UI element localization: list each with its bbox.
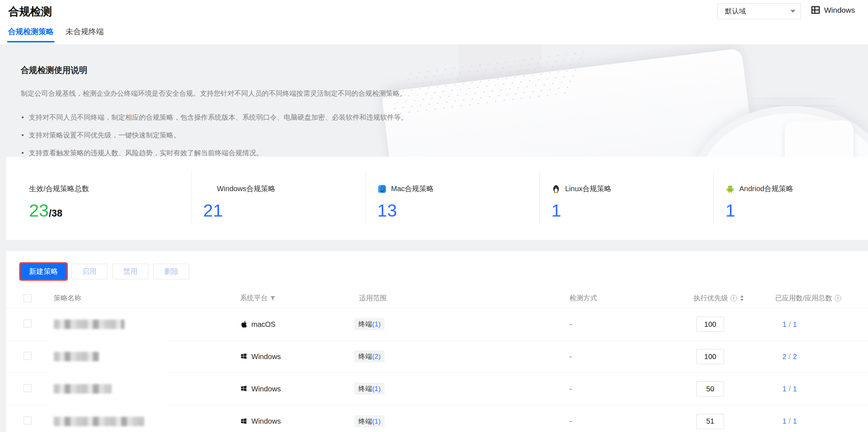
scope-count-link[interactable]: (1) [372, 417, 380, 425]
applied-cell: 1/1 [769, 385, 868, 393]
scope-label: 终端 [358, 320, 372, 328]
table-row[interactable]: macOS 终端(1) - 1/1 [6, 308, 868, 341]
tab-compliance-policy[interactable]: 合规检测策略 [7, 26, 54, 42]
applied-total-link[interactable]: 1 [793, 320, 797, 328]
stat-card-windows: Windows合规策略 21 [191, 157, 365, 240]
col-detect-method: 检测方式 [569, 293, 686, 303]
filter-funnel-icon[interactable] [270, 296, 275, 301]
linux-tux-icon [551, 184, 561, 194]
stat-value-total: 23/38 [29, 202, 191, 219]
applied-count-link[interactable]: 2 [782, 353, 786, 361]
col-platform: 系统平台 [240, 293, 354, 303]
android-robot-icon [725, 184, 735, 194]
domain-select-value: 默认域 [725, 7, 746, 16]
scope-count-link[interactable]: (1) [372, 320, 380, 328]
windows-icon [240, 385, 248, 393]
banner-bullet: 支持对策略设置不同优先级，一键快速制定策略。 [21, 126, 868, 144]
platform-label: macOS [251, 320, 276, 329]
applied-total-link[interactable]: 2 [793, 353, 797, 361]
stats-strip: 生效/合规策略总数 23/38 Windows合规策略 21 Mac [6, 157, 868, 240]
info-icon[interactable]: i [731, 295, 737, 301]
info-icon[interactable]: i [835, 295, 841, 301]
platform-cell: Windows [240, 417, 354, 425]
platform-label: Windows [251, 417, 281, 425]
col-applied-label: 已应用数/应用总数 [775, 293, 832, 303]
scope-label: 终端 [358, 353, 372, 360]
platform-cell: Windows [240, 353, 354, 361]
table-row[interactable]: Windows 终端(2) - 2/2 [6, 341, 868, 373]
applied-count-link[interactable]: 1 [782, 385, 786, 393]
stat-card-android: Andriod合规策略 1 [713, 157, 868, 240]
usage-banner: 合规检测使用说明 制定公司合规基线，检测企业办公终端环境是否安全合规。支持您针对… [0, 44, 868, 157]
disable-button[interactable]: 禁用 [112, 264, 148, 279]
applied-cell: 1/1 [769, 417, 868, 425]
scope-badge[interactable]: 终端(1) [354, 415, 384, 427]
table-row[interactable]: Windows 终端(1) - 1/1 [6, 373, 868, 405]
applied-separator: / [786, 385, 793, 393]
mac-finder-icon [377, 184, 387, 194]
top-header: 合规检测 默认域 Windows 合规检测策略 未合规终端 [0, 0, 868, 44]
col-applied: 已应用数/应用总数 i [769, 293, 868, 303]
col-platform-label: 系统平台 [240, 293, 268, 303]
chevron-down-icon [790, 10, 795, 13]
delete-button[interactable]: 删除 [153, 264, 189, 279]
sort-icon[interactable] [740, 295, 744, 301]
stat-label: Linux合规策略 [565, 184, 612, 194]
table-header: 策略名称 系统平台 适用范围 检测方式 执行优先级 i 已应用数/应用总数 i [6, 288, 868, 308]
tab-noncompliant-terminals[interactable]: 未合规终端 [65, 26, 104, 42]
applied-cell: 2/2 [769, 353, 868, 361]
priority-input[interactable] [696, 414, 724, 429]
priority-input[interactable] [696, 317, 724, 332]
policy-name-redacted [54, 417, 144, 426]
applied-separator: / [786, 353, 793, 361]
applied-count-link[interactable]: 1 [782, 417, 786, 425]
enable-button[interactable]: 启用 [71, 264, 107, 279]
applied-separator: / [786, 320, 793, 328]
platform-label: Windows [251, 353, 281, 361]
banner-title: 合规检测使用说明 [21, 65, 868, 76]
stat-value: 1 [725, 202, 868, 219]
priority-input[interactable] [696, 381, 724, 396]
stat-total-count: /38 [49, 208, 63, 219]
priority-input[interactable] [696, 349, 724, 364]
scope-label: 终端 [358, 385, 372, 392]
scope-badge[interactable]: 终端(2) [354, 350, 384, 362]
apple-icon [240, 320, 248, 328]
col-policy-name: 策略名称 [54, 293, 240, 303]
stat-active-count: 23 [29, 201, 49, 220]
applied-count-link[interactable]: 1 [782, 320, 786, 328]
applied-total-link[interactable]: 1 [793, 417, 797, 425]
col-priority-label: 执行优先级 [694, 293, 728, 303]
policy-table-panel: 新建策略 启用 禁用 删除 策略名称 系统平台 适用范围 检测方式 执行优先级 … [6, 251, 868, 432]
col-scope: 适用范围 [354, 293, 569, 303]
stat-value: 21 [203, 202, 365, 219]
page-title: 合规检测 [8, 4, 52, 19]
banner-bullet: 支持查看触发策略的违规人数、风险趋势，实时有效了解当前终端合规情况。 [21, 144, 868, 157]
stat-label: Andriod合规策略 [739, 184, 793, 194]
table-row[interactable]: Windows 终端(1) - 1/1 [6, 405, 868, 432]
policy-name-redacted [54, 352, 99, 361]
scope-badge[interactable]: 终端(1) [354, 318, 384, 330]
scope-count-link[interactable]: (1) [372, 385, 380, 392]
stat-label: 生效/合规策略总数 [29, 184, 89, 194]
tab-bar: 合规检测策略 未合规终端 [7, 26, 104, 42]
stat-card-linux: Linux合规策略 1 [539, 157, 713, 240]
row-checkbox[interactable] [24, 384, 32, 392]
stat-label: Mac合规策略 [391, 184, 434, 194]
platform-cell: macOS [240, 320, 354, 329]
row-checkbox[interactable] [24, 416, 32, 424]
row-checkbox[interactable] [24, 320, 32, 328]
platform-label: Windows [251, 385, 281, 393]
scope-count-link[interactable]: (2) [372, 353, 380, 360]
applied-total-link[interactable]: 1 [793, 385, 797, 393]
select-all-checkbox[interactable] [24, 294, 32, 302]
scope-badge[interactable]: 终端(1) [354, 383, 384, 395]
banner-bullet: 支持对不同人员不同终端，制定相应的合规策略，包含操作系统版本、系统弱口令、电脑硬… [21, 108, 868, 126]
row-checkbox[interactable] [24, 352, 32, 360]
stat-value: 13 [377, 202, 539, 219]
domain-select[interactable]: 默认域 [717, 3, 801, 19]
applied-separator: / [786, 417, 793, 425]
detect-method-value: - [569, 417, 686, 425]
banner-bullets: 支持对不同人员不同终端，制定相应的合规策略，包含操作系统版本、系统弱口令、电脑硬… [21, 108, 868, 157]
new-policy-button[interactable]: 新建策略 [21, 264, 66, 279]
